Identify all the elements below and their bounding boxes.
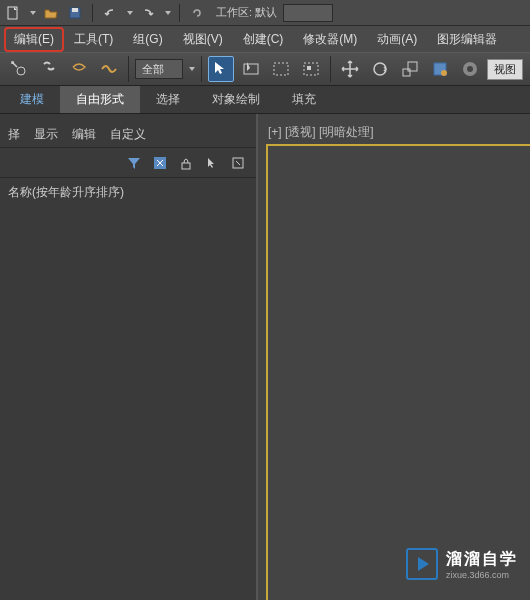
menu-group[interactable]: 组(G) — [123, 27, 172, 52]
redo-dropdown-icon[interactable] — [165, 11, 171, 15]
main-area: 择 显示 编辑 自定义 名称(按年龄升序排序) [+] [透视] — [0, 114, 530, 600]
panel-toolbar — [0, 148, 256, 178]
tab-model[interactable]: 建模 — [4, 86, 60, 113]
watermark: 溜溜自学 zixue.3d66.com — [406, 548, 518, 580]
workspace-select[interactable]: 默认 — [283, 4, 333, 22]
pick-icon[interactable] — [228, 153, 248, 173]
new-file-icon[interactable] — [4, 4, 22, 22]
link-icon[interactable] — [188, 4, 206, 22]
select-link-icon[interactable] — [6, 56, 32, 82]
svg-rect-5 — [274, 63, 288, 75]
ribbon-toolbar: 全部 视图 — [0, 52, 530, 86]
menu-bar: 编辑(E) 工具(T) 组(G) 视图(V) 创建(C) 修改器(M) 动画(A… — [0, 26, 530, 52]
save-file-icon[interactable] — [66, 4, 84, 22]
viewport-frame — [266, 144, 530, 600]
lock-icon[interactable] — [176, 153, 196, 173]
panel-menu-select[interactable]: 择 — [8, 126, 20, 143]
toolbar-divider — [92, 4, 93, 22]
svg-rect-7 — [307, 66, 311, 70]
selection-filter-arrow[interactable] — [189, 67, 195, 71]
quick-access-toolbar: 工作区: 默认 默认 — [0, 0, 530, 26]
bind-icon[interactable] — [66, 56, 92, 82]
unlink-icon[interactable] — [36, 56, 62, 82]
schematic-icon[interactable] — [96, 56, 122, 82]
new-dropdown-icon[interactable] — [30, 11, 36, 15]
ribbon-divider — [128, 56, 129, 82]
svg-rect-16 — [182, 163, 190, 169]
menu-edit[interactable]: 编辑(E) — [4, 27, 64, 52]
svg-rect-9 — [403, 69, 410, 76]
menu-tools[interactable]: 工具(T) — [64, 27, 123, 52]
ribbon-divider — [201, 56, 202, 82]
svg-point-12 — [441, 70, 447, 76]
tab-freeform[interactable]: 自由形式 — [60, 86, 140, 113]
panel-menu-display[interactable]: 显示 — [34, 126, 58, 143]
rotate-icon[interactable] — [367, 56, 393, 82]
panel-column-header[interactable]: 名称(按年龄升序排序) — [0, 178, 256, 207]
window-crossing-icon[interactable] — [298, 56, 324, 82]
menu-create[interactable]: 创建(C) — [233, 27, 294, 52]
watermark-title: 溜溜自学 — [446, 549, 518, 570]
tab-fill[interactable]: 填充 — [276, 86, 332, 113]
place-icon[interactable] — [427, 56, 453, 82]
ribbon-tabs: 建模 自由形式 选择 对象绘制 填充 — [0, 86, 530, 114]
reference-icon[interactable] — [457, 56, 483, 82]
svg-rect-10 — [408, 62, 417, 71]
undo-dropdown-icon[interactable] — [127, 11, 133, 15]
svg-point-3 — [17, 67, 25, 75]
ribbon-divider — [330, 56, 331, 82]
svg-point-8 — [374, 63, 386, 75]
selection-filter-dropdown[interactable]: 全部 — [135, 59, 183, 79]
undo-icon[interactable] — [101, 4, 119, 22]
menu-animation[interactable]: 动画(A) — [367, 27, 427, 52]
viewport-label[interactable]: [+] [透视] [明暗处理] — [268, 124, 374, 141]
search-toggle-icon[interactable] — [150, 153, 170, 173]
move-icon[interactable] — [337, 56, 363, 82]
tab-select[interactable]: 选择 — [140, 86, 196, 113]
watermark-play-icon — [406, 548, 438, 580]
panel-menu-edit[interactable]: 编辑 — [72, 126, 96, 143]
panel-menu-custom[interactable]: 自定义 — [110, 126, 146, 143]
menu-graph[interactable]: 图形编辑器 — [427, 27, 507, 52]
select-arrow-icon[interactable] — [202, 153, 222, 173]
scene-explorer-body[interactable] — [0, 207, 256, 600]
svg-point-14 — [467, 66, 473, 72]
panel-menu: 择 显示 编辑 自定义 — [0, 122, 256, 148]
toolbar-divider — [179, 4, 180, 22]
viewport[interactable]: [+] [透视] [明暗处理] — [258, 114, 530, 600]
svg-rect-4 — [244, 64, 258, 74]
open-file-icon[interactable] — [42, 4, 60, 22]
watermark-url: zixue.3d66.com — [446, 570, 518, 580]
select-name-icon[interactable] — [238, 56, 264, 82]
rect-region-icon[interactable] — [268, 56, 294, 82]
filter-icon[interactable] — [124, 153, 144, 173]
menu-modifiers[interactable]: 修改器(M) — [293, 27, 367, 52]
scene-explorer-panel: 择 显示 编辑 自定义 名称(按年龄升序排序) — [0, 114, 258, 600]
menu-view[interactable]: 视图(V) — [173, 27, 233, 52]
view-label[interactable]: 视图 — [487, 59, 523, 80]
scale-icon[interactable] — [397, 56, 423, 82]
select-object-icon[interactable] — [208, 56, 234, 82]
redo-icon[interactable] — [139, 4, 157, 22]
workspace-label: 工作区: 默认 — [216, 5, 277, 20]
tab-objectpaint[interactable]: 对象绘制 — [196, 86, 276, 113]
svg-rect-2 — [72, 8, 78, 12]
